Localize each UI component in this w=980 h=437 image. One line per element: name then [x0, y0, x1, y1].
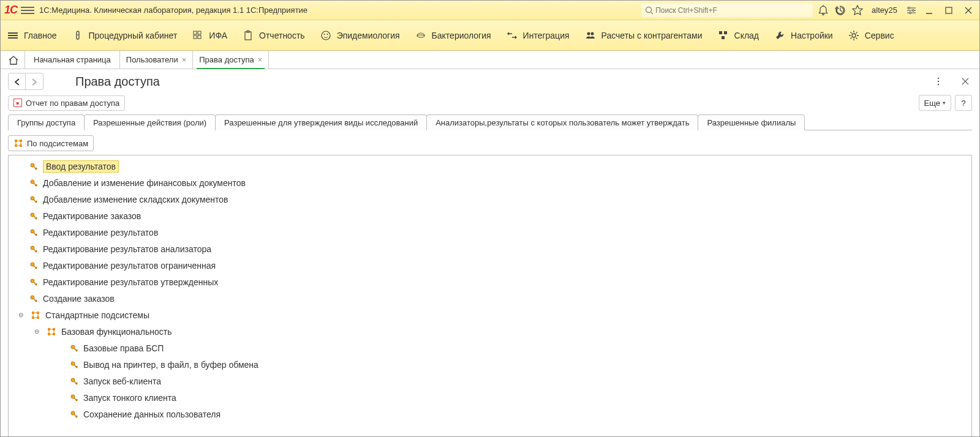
by-subsystems-button[interactable]: По подсистемам [8, 135, 94, 151]
folder-icon [47, 327, 56, 337]
tree-row[interactable]: Добавление и изменение финансовых докуме… [9, 174, 971, 191]
close-button[interactable] [961, 3, 976, 18]
menu-item-calc[interactable]: Расчеты с контрагентами [584, 29, 703, 42]
nav-row: Права доступа [8, 73, 972, 90]
tree-row[interactable]: Редактирование результатов ограниченная [9, 257, 971, 274]
inner-tab[interactable]: Разрешенные действия (роли) [84, 114, 216, 130]
menu-label: ИФА [209, 31, 227, 40]
tree-row[interactable]: Добавление изменение складских документо… [9, 191, 971, 207]
tree-row[interactable]: Редактирование результатов утвержденных [9, 274, 971, 290]
maximize-button[interactable] [941, 3, 956, 18]
tree-row[interactable]: Редактирование заказов [9, 207, 971, 224]
menu-label: Бактериология [432, 31, 491, 40]
grid-icon [192, 29, 204, 42]
inner-tabs: Группы доступаРазрешенные действия (роли… [8, 114, 972, 130]
tree-label: Редактирование результатов утвержденных [43, 277, 218, 287]
user-name[interactable]: altey25 [872, 6, 897, 15]
minimize-button[interactable] [922, 3, 937, 18]
key-icon [29, 212, 38, 220]
title-bar: 1C 1С:Медицина. Клиническая лаборатория,… [1, 1, 979, 20]
report-icon: ■ [13, 99, 22, 107]
more-button[interactable]: Еще ▾ [919, 95, 951, 111]
page-close-button[interactable] [959, 77, 972, 86]
tab-home[interactable]: Начальная страница [25, 51, 120, 69]
nav-forward-button[interactable] [26, 73, 43, 89]
dish-icon [415, 29, 427, 42]
menu-item-epi[interactable]: Эпидемиология [320, 29, 400, 42]
search-box[interactable] [641, 4, 813, 17]
collapse-icon[interactable]: ⊖ [17, 312, 24, 319]
nav-arrows [8, 73, 43, 90]
nav-back-button[interactable] [9, 73, 26, 89]
tree-row[interactable]: Ввод результатов [9, 158, 971, 174]
tab-access-rights[interactable]: Права доступа × [193, 51, 269, 69]
menu-item-warehouse[interactable]: Склад [717, 29, 760, 42]
menu-item-main[interactable]: Главное [7, 29, 57, 42]
close-icon[interactable]: × [182, 56, 187, 64]
arrows-icon [506, 29, 518, 42]
collapse-icon[interactable]: ⊖ [33, 328, 40, 335]
tree-row[interactable]: Редактирование результатов [9, 224, 971, 241]
menu-item-bacteria[interactable]: Бактериология [415, 29, 491, 42]
menu-item-ifa[interactable]: ИФА [192, 29, 227, 42]
search-input[interactable] [655, 6, 809, 15]
menu-item-integration[interactable]: Интеграция [506, 29, 570, 42]
tree-label: Запуск веб-клиента [83, 376, 161, 386]
menu-label: Главное [24, 31, 57, 40]
folder-icon [31, 310, 40, 320]
report-button[interactable]: ■ Отчет по правам доступа [8, 95, 125, 111]
key-icon [29, 245, 38, 253]
tree-row[interactable]: ⊖Базовая функциональность [9, 323, 971, 340]
tree-row[interactable]: Запуск веб-клиента [9, 373, 971, 389]
key-icon [70, 344, 78, 353]
tree-label: Вывод на принтер, в файл, в буфер обмена [83, 360, 258, 370]
tree-row[interactable]: Создание заказов [9, 290, 971, 307]
help-button[interactable]: ? [955, 95, 972, 111]
hamburger-icon[interactable] [21, 4, 34, 17]
menu-item-reports[interactable]: Отчетность [242, 29, 305, 42]
menu-item-service[interactable]: Сервис [848, 29, 894, 42]
tree-row[interactable]: Редактирование результатов анализатора [9, 241, 971, 257]
key-icon [29, 228, 38, 237]
tab-bar: Начальная страница Пользователи × Права … [1, 51, 979, 69]
page-title: Права доступа [75, 75, 924, 89]
inner-tab[interactable]: Разрешенные для утверждения виды исследо… [215, 114, 427, 130]
key-icon [29, 195, 38, 204]
tree-row[interactable]: Вывод на принтер, в файл, в буфер обмена [9, 356, 971, 373]
tree-label: Запуск тонкого клиента [83, 393, 176, 403]
tree-label: Добавление изменение складских документо… [43, 195, 228, 204]
help-label: ? [961, 99, 965, 108]
face-icon [320, 29, 332, 42]
key-icon [29, 179, 38, 187]
tab-users[interactable]: Пользователи × [120, 51, 193, 69]
tree-row[interactable]: Запуск тонкого клиента [9, 389, 971, 406]
menu-item-procedure[interactable]: Процедурный кабинет [72, 29, 178, 42]
boxes-icon [717, 29, 729, 42]
menu-item-settings[interactable]: Настройки [774, 29, 833, 42]
tree-label: Базовые права БСП [83, 343, 164, 353]
inner-tab[interactable]: Разрешенные филиалы [698, 114, 805, 130]
inner-tab[interactable]: Группы доступа [8, 114, 85, 130]
search-icon [645, 6, 653, 15]
page-content: Права доступа ■ Отчет по правам доступа … [1, 69, 979, 437]
history-icon[interactable] [835, 5, 846, 16]
tree-row[interactable]: ⊖Стандартные подсистемы [9, 307, 971, 323]
tab-home-icon[interactable] [1, 51, 25, 69]
close-icon[interactable]: × [258, 56, 263, 64]
tree-label: Редактирование заказов [43, 211, 141, 221]
tree-view[interactable]: Ввод результатовДобавление и изменение ф… [8, 155, 972, 437]
app-title: 1С:Медицина. Клиническая лаборатория, ре… [39, 6, 307, 15]
tree-row[interactable]: Базовые права БСП [9, 340, 971, 356]
main-menu: Главное Процедурный кабинет ИФА Отчетнос… [1, 20, 979, 51]
page-more-button[interactable] [932, 77, 945, 86]
sliders-icon[interactable] [906, 5, 917, 16]
tree-row[interactable]: Сохранение данных пользователя [9, 406, 971, 422]
tree-label: Редактирование результатов ограниченная [43, 261, 216, 271]
bell-icon[interactable] [818, 5, 829, 16]
tree-label: Редактирование результатов анализатора [43, 244, 211, 254]
tab-label: Пользователи [126, 55, 178, 64]
inner-tab[interactable]: Анализаторы,результаты с которых пользов… [426, 114, 698, 130]
key-icon [29, 162, 38, 171]
menu-label: Отчетность [259, 31, 305, 40]
star-icon[interactable] [852, 5, 863, 16]
